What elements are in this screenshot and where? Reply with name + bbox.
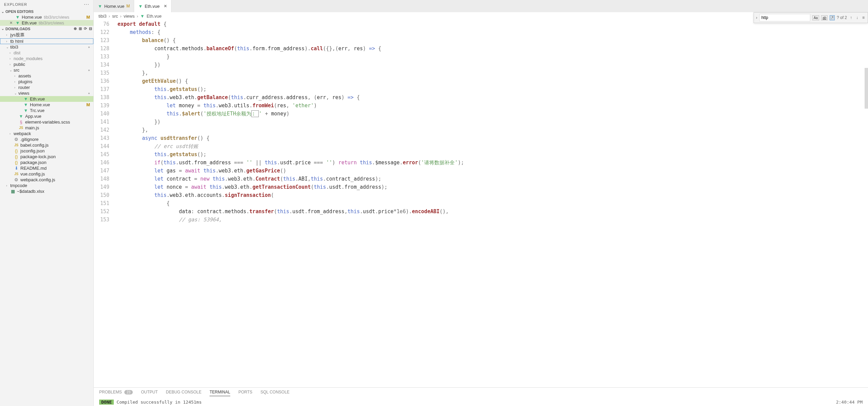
- match-case-toggle[interactable]: Aa: [812, 15, 819, 20]
- chevron-right-icon: ›: [6, 184, 10, 187]
- panel-tab-debug[interactable]: DEBUG CONSOLE: [166, 390, 202, 396]
- folder-item[interactable]: ›dist: [0, 50, 93, 56]
- folder-item[interactable]: ›plugins: [0, 79, 93, 85]
- vue-icon: ▼: [98, 4, 102, 9]
- done-badge: DONE: [99, 400, 114, 405]
- js-icon: JS: [14, 143, 19, 147]
- explorer-sidebar: EXPLORER ··· ⌄ OPEN EDITORS ▼ Home.vue t…: [0, 0, 94, 406]
- item-label: main.js: [25, 125, 39, 130]
- crumb[interactable]: Eth.vue: [147, 14, 162, 19]
- new-folder-icon[interactable]: ⊞: [79, 26, 82, 31]
- file-item[interactable]: ▦ ~$datadb.xlsx: [0, 188, 93, 194]
- file-item[interactable]: ⬇README.md: [0, 165, 93, 171]
- crumb[interactable]: tibi3: [98, 14, 107, 19]
- vue-icon: ▼: [23, 108, 29, 113]
- xlsx-icon: ▦: [10, 189, 16, 194]
- dirty-dot-icon: ●: [88, 91, 90, 95]
- expand-icon[interactable]: ›: [756, 15, 757, 20]
- folder-item[interactable]: › jys股票: [0, 32, 93, 38]
- editor-area: ▼ Home.vue M ▼ Eth.vue ✕ tibi3› src› vie…: [94, 0, 868, 406]
- project-folder[interactable]: ⌄ tibi3 ●: [0, 44, 93, 50]
- tab-label: Eth.vue: [145, 4, 160, 9]
- tab-eth[interactable]: ▼ Eth.vue ✕: [134, 0, 171, 12]
- folder-item[interactable]: › tb html: [0, 38, 93, 44]
- item-label: .gitignore: [20, 137, 38, 142]
- chevron-right-icon: ›: [14, 80, 18, 84]
- whole-word-toggle[interactable]: ab: [821, 15, 828, 20]
- file-item[interactable]: ▼Trc.vue: [0, 108, 93, 113]
- item-label: package-lock.json: [20, 154, 56, 159]
- folder-item[interactable]: ›node_modules: [0, 56, 93, 61]
- line-gutter: 7612212312813313413513613713813914014114…: [94, 20, 117, 387]
- file-item[interactable]: JSvue.config.js: [0, 171, 93, 177]
- open-editors-header[interactable]: ⌄ OPEN EDITORS: [0, 9, 93, 14]
- open-editor-item[interactable]: ✕ ▼ Eth.vue tibi3/src/views: [0, 20, 93, 26]
- vue-icon: ▼: [140, 14, 145, 19]
- item-label: src: [14, 68, 19, 73]
- panel-tab-ports[interactable]: PORTS: [238, 390, 252, 396]
- json-icon: {}: [14, 148, 19, 153]
- folder-item[interactable]: ⌄src●: [0, 67, 93, 73]
- prev-match-icon[interactable]: ↑: [849, 15, 853, 20]
- panel-tab-output[interactable]: OUTPUT: [141, 390, 158, 396]
- item-label: node_modules: [14, 56, 42, 61]
- file-item[interactable]: ⚙webpack.config.js: [0, 177, 93, 183]
- find-menu-icon[interactable]: ≡: [861, 15, 866, 20]
- item-label: views: [18, 91, 30, 96]
- collapse-icon[interactable]: ⊟: [89, 26, 92, 31]
- match-count: ? of 2: [837, 15, 847, 20]
- folder-item[interactable]: ›public: [0, 61, 93, 67]
- open-editor-item[interactable]: ▼ Home.vue tibi3/src/views M: [0, 14, 93, 20]
- close-icon[interactable]: ✕: [164, 4, 167, 8]
- code-editor[interactable]: 7612212312813313413513613713813914014114…: [94, 20, 868, 387]
- file-item[interactable]: ▼Home.vueM: [0, 102, 93, 108]
- js-icon: JS: [14, 172, 19, 176]
- md-icon: ⬇: [14, 166, 19, 171]
- file-path: tibi3/src/views: [39, 21, 64, 25]
- folder-item[interactable]: ›router: [0, 85, 93, 90]
- file-item[interactable]: {}package-lock.json: [0, 154, 93, 160]
- regex-toggle[interactable]: .*: [830, 15, 835, 20]
- panel-tab-problems[interactable]: PROBLEMS 23: [99, 390, 133, 396]
- file-item[interactable]: ⚙.gitignore: [0, 136, 93, 142]
- item-label: Home.vue: [30, 102, 50, 107]
- chevron-down-icon: ⌄: [1, 10, 5, 14]
- downloads-title: DOWNLOADS: [5, 27, 30, 31]
- tab-home[interactable]: ▼ Home.vue M: [94, 0, 134, 12]
- chevron-down-icon: ⌄: [10, 69, 13, 72]
- modified-badge: M: [126, 4, 130, 8]
- file-item[interactable]: {}package.json: [0, 160, 93, 165]
- file-item[interactable]: §element-variables.scss: [0, 119, 93, 125]
- folder-item[interactable]: › tmpcode: [0, 183, 93, 188]
- file-item[interactable]: {}jsconfig.json: [0, 148, 93, 154]
- crumb[interactable]: views: [124, 14, 135, 19]
- chevron-right-icon: ›: [14, 86, 18, 89]
- next-match-icon[interactable]: ↓: [855, 15, 859, 20]
- item-label: plugins: [18, 79, 32, 84]
- editor-tabs: ▼ Home.vue M ▼ Eth.vue ✕: [94, 0, 868, 12]
- gear-icon: ⚙: [14, 137, 19, 142]
- downloads-header[interactable]: ⌄ DOWNLOADS ⊕ ⊞ ⟳ ⊟: [0, 26, 93, 32]
- close-icon[interactable]: ✕: [10, 21, 14, 25]
- panel-tabs: PROBLEMS 23 OUTPUT DEBUG CONSOLE TERMINA…: [94, 388, 868, 398]
- code-content[interactable]: export default { methods: { balance() { …: [117, 20, 868, 387]
- crumb[interactable]: src: [112, 14, 118, 19]
- file-item[interactable]: JSmain.js: [0, 125, 93, 131]
- item-label: dist: [14, 50, 20, 55]
- folder-item[interactable]: ›assets: [0, 73, 93, 79]
- refresh-icon[interactable]: ⟳: [84, 26, 87, 31]
- new-file-icon[interactable]: ⊕: [74, 26, 77, 31]
- tab-label: Home.vue: [104, 4, 124, 9]
- panel-tab-sql[interactable]: SQL CONSOLE: [260, 390, 290, 396]
- file-item[interactable]: ▼Eth.vue: [0, 96, 93, 102]
- terminal-output[interactable]: DONE Compiled successfully in 12451ms 2:…: [94, 398, 868, 406]
- file-item[interactable]: ▼App.vue: [0, 113, 93, 119]
- explorer-header: EXPLORER ···: [0, 0, 93, 9]
- file-item[interactable]: JSbabel.config.js: [0, 142, 93, 148]
- vue-icon: ▼: [23, 102, 29, 107]
- chevron-right-icon: ›: [6, 40, 10, 43]
- panel-tab-terminal[interactable]: TERMINAL: [210, 390, 230, 396]
- folder-item[interactable]: ›webpack: [0, 131, 93, 136]
- more-icon[interactable]: ···: [84, 1, 89, 7]
- folder-item[interactable]: ⌄views●: [0, 90, 93, 96]
